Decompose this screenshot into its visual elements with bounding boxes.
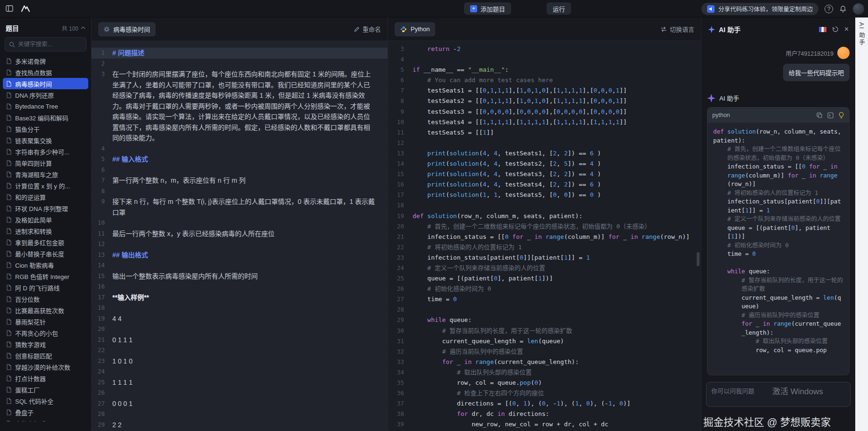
line-number: 25 (388, 273, 413, 284)
sidebar-item[interactable]: 猫鱼分干 (3, 123, 88, 135)
sidebar-item[interactable]: 暴雨梨花针 (3, 316, 88, 327)
problem-line: 13## 输出格式 (92, 250, 388, 261)
problem-line: 20 (92, 324, 388, 335)
sidebar-item-label: 穿越沙漠的补给次数 (15, 363, 70, 372)
problem-count-label: 共 100 (62, 24, 78, 32)
plus-icon: + (470, 5, 477, 12)
language-tab[interactable]: Python (395, 22, 435, 36)
sidebar-item[interactable]: 打点计数器 (3, 372, 88, 384)
code-line-text: print(solution(4, 4, testSeats2, [2, 5])… (413, 159, 601, 169)
add-question-button[interactable]: + 添加题目 (464, 2, 511, 15)
close-icon[interactable]: × (844, 25, 849, 33)
sidebar-item[interactable]: 环状 DNA 序列整理 (3, 203, 88, 214)
collapsed-ai-tab[interactable]: AI 助手 (857, 22, 866, 46)
sidebar-item[interactable]: 百分位数 (3, 293, 88, 304)
code-line: 22 # 将初始感染的人的位置标记为 1 (388, 242, 701, 253)
run-button[interactable]: 运行 (547, 2, 571, 15)
problem-line-text (112, 260, 388, 271)
copy-icon[interactable] (817, 112, 823, 118)
problem-count[interactable]: 共 100 (62, 24, 85, 32)
document-icon (6, 69, 12, 76)
sidebar-item-label: 蛋糕工厂 (15, 385, 40, 394)
code-line: 26 # 初始化感染时间为 0 (388, 284, 701, 294)
sidebar-item[interactable]: 猜数字游戏 (3, 338, 88, 350)
document-icon (6, 387, 12, 393)
history-icon[interactable] (832, 26, 839, 33)
sidebar-item[interactable]: 大数字相乘 (3, 418, 88, 422)
sidebar-item[interactable]: 青海湖租车之旅 (3, 169, 88, 180)
flag-icon[interactable] (819, 27, 826, 32)
search-box[interactable] (5, 37, 86, 51)
sidebar-item[interactable]: 不再贪心的小包 (3, 327, 88, 338)
code-line-text: while queue: (413, 315, 472, 325)
line-number: 15 (388, 169, 413, 179)
ai-input-box[interactable] (706, 382, 851, 407)
code-line-text: for _ in range(current_queue_length): (413, 357, 579, 367)
lightbulb-icon[interactable] (838, 112, 844, 118)
pencil-icon (354, 26, 360, 32)
document-icon (6, 398, 12, 404)
sidebar-item[interactable]: 最小替换子串长度 (3, 248, 88, 259)
help-icon[interactable]: ? (825, 5, 833, 13)
line-number: 33 (388, 357, 413, 367)
sidebar-item[interactable]: 蛋糕工厂 (3, 384, 88, 395)
code-line-text: infection_status = [[0 for _ in range(co… (413, 232, 690, 242)
bell-icon[interactable] (839, 5, 847, 13)
sidebar-item[interactable]: 简单四则计算 (3, 157, 88, 169)
sidebar-item[interactable]: 穿越沙漠的补给次数 (3, 361, 88, 372)
insert-code-icon[interactable] (827, 112, 834, 118)
sidebar-item[interactable]: 链表聚集交换 (3, 135, 88, 146)
sidebar-item[interactable]: 病毒感染时间 (3, 78, 88, 89)
promo-banner[interactable]: 分享代码练习体验，领限量定制周边 (701, 3, 818, 15)
sidebar-item[interactable]: 查找热点数据 (3, 67, 88, 78)
code-line-text: print(solution(4, 4, testSeats3, [2, 2])… (413, 169, 601, 179)
problem-line: 14 (92, 260, 388, 271)
sidebar-item[interactable]: DNA 序列还原 (3, 89, 88, 101)
sidebar-item[interactable]: 及格如此简单 (3, 214, 88, 225)
sidebar-item[interactable]: Bytedance Tree (3, 101, 88, 112)
sidebar-item[interactable]: Base32 编码和解码 (3, 112, 88, 123)
chat-user-avatar[interactable] (837, 47, 850, 59)
line-number: 5 (92, 154, 112, 165)
sidebar-item[interactable]: 计算位置 x 到 y 的... (3, 180, 88, 191)
search-input[interactable] (18, 41, 82, 48)
code-line: 16 print(solution(4, 4, testSeats4, [2, … (388, 179, 701, 190)
code-line-text: print(solution(4, 4, testSeats1, [2, 2])… (413, 148, 601, 159)
rename-button[interactable]: 重命名 (354, 25, 381, 34)
sidebar-item[interactable]: Cion 勒索病毒 (3, 259, 88, 270)
ai-input-field[interactable] (711, 386, 845, 403)
sidebar-item[interactable]: 拿到最多红包金额 (3, 237, 88, 248)
sidebar-item[interactable]: 进制求和转换 (3, 225, 88, 237)
problem-line-text (112, 218, 388, 228)
sidebar-item-label: 暴雨梨花针 (15, 317, 46, 326)
line-number: 4 (92, 144, 112, 154)
code-line: 14 print(solution(4, 4, testSeats2, [2, … (388, 159, 701, 169)
sidebar-item[interactable]: 比赛最高获胜次数 (3, 304, 88, 316)
sidebar-item[interactable]: 字符串有多少种可... (3, 146, 88, 157)
sidebar-item-label: 简单四则计算 (15, 159, 52, 168)
problem-line: 26 (92, 388, 388, 398)
sidebar-item[interactable]: 和的逆运算 (3, 191, 88, 203)
document-icon (6, 92, 12, 98)
document-icon (6, 364, 12, 370)
problem-tab[interactable]: 病毒感染时间 (98, 22, 156, 36)
sidebar-toggle-icon[interactable] (6, 5, 13, 12)
switch-language-button[interactable]: 切换语言 (660, 25, 694, 34)
user-avatar[interactable] (853, 3, 864, 15)
document-icon (6, 307, 12, 313)
problem-line-text: 最后一行两个整数 x，y 表示已经感染病毒的人所在座位 (112, 228, 388, 239)
sidebar-item[interactable]: 多米诺骨牌 (3, 55, 88, 67)
problem-line: 12 (92, 239, 388, 250)
ai-code-line: # 遍历当前队列中的感染位置 (713, 311, 843, 320)
ai-code-line: current_queue_length = len(queue) (713, 294, 843, 311)
sidebar-item[interactable]: RGB 色值转 Integer (3, 270, 88, 282)
sidebar-item[interactable]: 创意标题匹配 (3, 350, 88, 361)
problem-line-text: ## 输入格式 (112, 154, 388, 165)
code-line-text: testSeats5 = [[1]] (413, 127, 494, 138)
sidebar-item[interactable]: SQL 代码补全 (3, 395, 88, 406)
editor-scrollbar[interactable] (697, 252, 699, 266)
sidebar-item[interactable]: 阿 D 的飞行路线 (3, 282, 88, 293)
sidebar-item-label: 猜数字游戏 (15, 340, 46, 349)
code-editor[interactable]: 3 return -245if __name__ == "__main__":6… (388, 41, 701, 431)
sidebar-item[interactable]: 叠盘子 (3, 406, 88, 418)
